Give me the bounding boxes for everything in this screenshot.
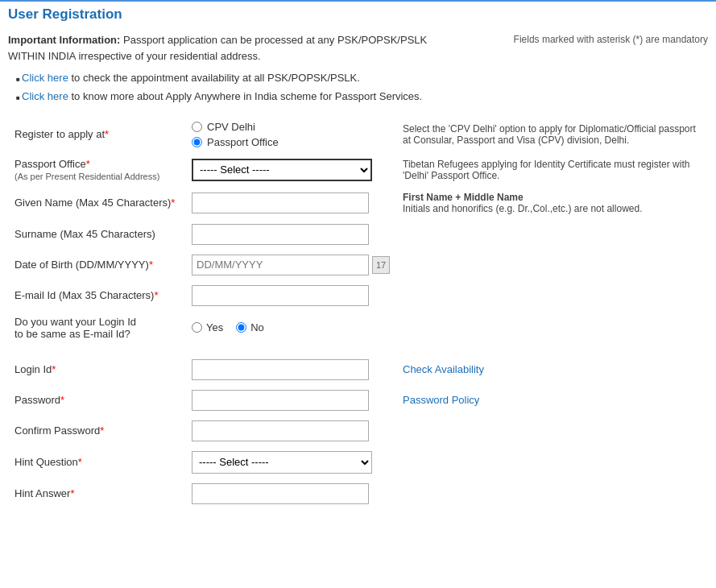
link2[interactable]: Click here <box>22 90 68 102</box>
cpv-delhi-radio[interactable] <box>192 122 202 132</box>
important-info-text: Important Information: Passport applicat… <box>8 32 459 64</box>
email-sublabel: (Max 35 Characters) <box>59 289 154 301</box>
password-policy-link[interactable]: Password Policy <box>403 394 479 406</box>
given-name-sublabel: (Max 45 Characters) <box>76 197 171 209</box>
confirm-password-input[interactable] <box>192 420 369 441</box>
passport-office-row: Passport Office* (As per Present Residen… <box>8 153 708 187</box>
email-input[interactable] <box>192 285 369 306</box>
surname-label: Surname <box>14 228 57 240</box>
given-name-input[interactable] <box>192 193 369 213</box>
given-name-label: Given Name <box>14 197 72 209</box>
surname-sublabel: (Max 45 Characters) <box>60 228 155 240</box>
login-same-group: Yes No <box>192 321 390 333</box>
dob-label: Date of Birth (DD/MM/YYYY) <box>14 259 149 271</box>
registration-form: Register to apply at* CPV Delhi Passport… <box>8 116 708 509</box>
passport-office-select[interactable]: ----- Select ----- <box>192 159 372 181</box>
given-name-row: Given Name (Max 45 Characters)* First Na… <box>8 187 708 219</box>
passport-office-sublabel: (As per Present Residential Address) <box>14 172 159 181</box>
login-same-row: Do you want your Login Id to be same as … <box>8 311 708 345</box>
info-links: Click here to check the appointment avai… <box>16 68 708 106</box>
email-label: E-mail Id <box>14 289 56 301</box>
login-same-yes-option[interactable]: Yes <box>192 321 223 333</box>
login-id-row: Login Id* Check Availability <box>8 354 708 385</box>
mandatory-note: Fields marked with asterisk (*) are mand… <box>514 32 708 64</box>
cpv-delhi-option[interactable]: CPV Delhi <box>192 121 390 133</box>
password-label: Password <box>14 394 60 406</box>
password-row: Password* Password Policy <box>8 385 708 416</box>
hint-answer-input[interactable] <box>192 483 369 504</box>
hint-question-row: Hint Question* ----- Select ----- <box>8 446 708 478</box>
dob-row: Date of Birth (DD/MM/YYYY)* 17 <box>8 250 708 280</box>
check-availability-link[interactable]: Check Availability <box>403 363 484 375</box>
login-same-yes-radio[interactable] <box>192 322 202 333</box>
hint-answer-label: Hint Answer <box>14 487 70 499</box>
page-title: User Registration <box>8 6 708 23</box>
surname-row: Surname (Max 45 Characters) <box>8 219 708 250</box>
given-name-info: Initials and honorifics (e.g. Dr.,Col.,e… <box>403 203 642 214</box>
login-same-label2: to be same as E-mail Id? <box>14 328 130 340</box>
password-input[interactable] <box>192 390 369 411</box>
confirm-password-label: Confirm Password <box>14 424 100 437</box>
login-id-input[interactable] <box>192 359 369 380</box>
login-id-label: Login Id <box>14 363 52 375</box>
register-radio-group: CPV Delhi Passport Office <box>192 121 390 148</box>
email-row: E-mail Id (Max 35 Characters)* <box>8 280 708 311</box>
login-same-label: Do you want your Login Id <box>14 316 136 328</box>
calendar-icon[interactable]: 17 <box>372 256 390 274</box>
login-same-no-option[interactable]: No <box>236 321 264 333</box>
login-same-no-radio[interactable] <box>236 322 246 333</box>
hint-question-select[interactable]: ----- Select ----- <box>192 451 372 474</box>
register-at-info: Select the 'CPV Delhi' option to apply f… <box>403 123 696 146</box>
link1[interactable]: Click here <box>22 72 68 84</box>
dob-input[interactable] <box>192 255 369 275</box>
surname-input[interactable] <box>192 224 369 245</box>
register-at-label: Register to apply at <box>14 128 105 140</box>
confirm-password-row: Confirm Password* <box>8 416 708 446</box>
passport-office-radio[interactable] <box>192 137 202 147</box>
hint-question-label: Hint Question <box>14 456 78 468</box>
passport-office-option[interactable]: Passport Office <box>192 136 390 148</box>
given-name-info-bold: First Name + Middle Name <box>403 192 524 203</box>
passport-office-info: Tibetan Refugees applying for Identity C… <box>403 159 689 181</box>
passport-office-label: Passport Office <box>14 158 86 170</box>
hint-answer-row: Hint Answer* <box>8 478 708 509</box>
register-at-row: Register to apply at* CPV Delhi Passport… <box>8 116 708 153</box>
